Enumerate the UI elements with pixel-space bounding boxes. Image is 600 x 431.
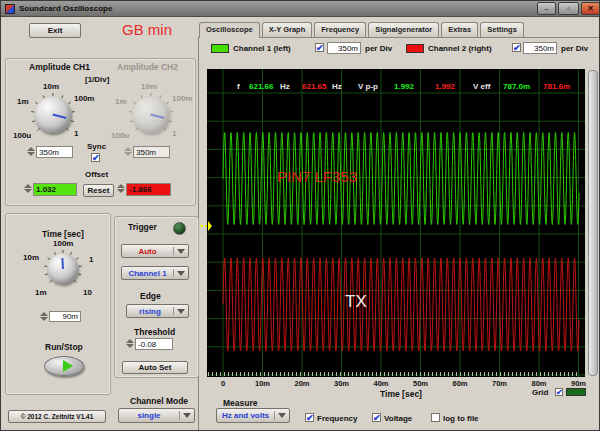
minimize-button[interactable]: – [537,2,556,15]
threshold-value[interactable]: -0.08 [135,338,173,350]
channel2-label: Channel 2 (right) [428,44,492,53]
x-tick-label: 30m [334,379,349,388]
measure-mode-value: Hz and volts [217,411,274,420]
amplitude-ch2-title: Amplitude CH2 [117,62,178,72]
annotation-text: GB min [122,21,172,38]
voltage-checkbox[interactable]: ✔ [372,413,381,422]
amp2-scale-1m: 1m [115,97,127,106]
channel1-enable-checkbox[interactable]: ✔ [315,43,324,52]
x-axis-title: Time [sec] [380,389,422,399]
copyright-box: © 2012 C. Zeitnitz V1.41 [8,410,106,423]
grid-label: Grid [532,388,548,397]
grid-checkbox[interactable]: ✔ [555,388,563,396]
x-tick-label: 60m [452,379,467,388]
channel2-enable-checkbox[interactable]: ✔ [512,43,521,52]
threshold-spinner[interactable] [126,339,134,348]
amplitude-ch1-knob[interactable] [35,97,71,133]
tab-oscilloscope[interactable]: Oscilloscope [199,22,260,38]
vpp-ch2-value: 1.992 [435,82,455,91]
tab-signalgenerator[interactable]: Signalgenerator [368,22,439,37]
offset-reset-button[interactable]: Reset [83,184,114,197]
time-knob[interactable] [48,254,78,284]
x-tick-label: 90m [571,379,586,388]
amplitude-ch2-knob[interactable] [133,97,169,133]
offset-ch2-spinner[interactable] [117,184,125,193]
overlay-label-ch1: PIN7 LF353 [277,168,357,185]
log-to-file-label: log to file [443,414,479,423]
frequency-checkbox[interactable]: ✔ [305,413,314,422]
scope-plot [207,69,585,377]
close-button[interactable]: ✕ [581,2,600,15]
chevron-down-icon [177,249,185,254]
offset-ch1-spinner[interactable] [24,184,32,193]
channel2-color-swatch[interactable] [406,44,424,53]
amp2-scale-100m: 100m [172,94,192,103]
tab-xy-graph[interactable]: X-Y Graph [262,22,313,37]
app-window: Soundcard Oszilloscope – ▫ ✕ Exit GB min… [0,0,600,431]
time-title: Time [sec] [42,229,84,239]
x-tick-label: 0 [221,379,225,388]
x-tick-label: 70m [492,379,507,388]
freq-ch2-unit: Hz [332,82,342,91]
amplitude-ch1-spinner[interactable] [27,147,35,156]
run-stop-button[interactable] [44,356,84,376]
sync-label: Sync [87,142,106,151]
offset-label: Offset [85,170,108,179]
amplitude-ch2-spinner[interactable] [124,147,132,156]
time-scale-10m: 10m [23,253,39,262]
time-value[interactable]: 90m [49,311,81,322]
trigger-title: Trigger [128,222,157,232]
veff-ch1-value: 787.0m [503,82,530,91]
amplitude-ch2-needle [151,114,165,119]
offset-ch1-value[interactable]: 1.032 [33,183,77,196]
channel1-per-div-value[interactable]: 350m [327,42,361,54]
trigger-mode-dropdown[interactable]: Auto [121,244,189,258]
chevron-down-icon [183,413,191,418]
tab-frequency[interactable]: Frequency [314,22,366,37]
trigger-mode-value: Auto [122,247,173,256]
freq-ch1-unit: Hz [280,82,290,91]
measure-label: Measure [223,398,258,408]
tab-extras[interactable]: Extras [441,22,478,37]
play-icon [63,360,73,372]
time-scale-10: 10 [83,288,92,297]
vpp-label: V p-p [358,82,378,91]
amp1-scale-100u: 100u [13,131,31,140]
grid-color-swatch[interactable] [566,388,586,396]
amp2-scale-10m: 10m [141,82,157,91]
sync-checkbox[interactable]: ✔ [91,153,100,162]
amplitude-ch1-value[interactable]: 350m [36,146,73,158]
trigger-led [173,222,186,235]
log-to-file-checkbox[interactable] [431,413,440,422]
veff-ch2-value: 781.6m [543,82,570,91]
exit-button[interactable]: Exit [29,23,81,38]
channel1-color-swatch[interactable] [211,44,229,53]
freq-ch1-value: 621.66 [249,82,273,91]
tab-bar: OscilloscopeX-Y GraphFrequencySignalgene… [199,22,526,38]
time-spinner[interactable] [40,312,48,321]
trigger-channel-dropdown[interactable]: Channel 1 [121,266,189,280]
amplitude-unit-label: [1/Div] [85,75,109,84]
channel1-per-div-label: per Div [365,44,392,53]
scope-vertical-scrollbar[interactable] [588,70,598,376]
maximize-button[interactable]: ▫ [558,2,579,15]
chevron-down-icon [177,309,185,314]
channel2-per-div-value[interactable]: 350m [523,42,557,54]
veff-label: V eff [473,82,490,91]
window-title: Soundcard Oszilloscope [19,4,112,13]
app-icon [5,4,15,14]
title-bar[interactable]: Soundcard Oszilloscope [1,1,600,17]
trigger-level-marker[interactable] [200,219,212,233]
amp2-scale-100u: 100u [111,131,129,140]
channel-mode-dropdown[interactable]: single [118,408,195,423]
offset-ch2-value[interactable]: -1.866 [126,183,171,196]
amp1-scale-10m: 10m [43,82,59,91]
x-tick-label: 80m [531,379,546,388]
threshold-label: Threshold [134,327,175,337]
edge-dropdown[interactable]: rising [126,304,189,318]
tab-settings[interactable]: Settings [480,22,524,37]
vpp-ch1-value: 1.992 [394,82,414,91]
amplitude-ch2-value[interactable]: 350m [133,146,170,158]
measure-mode-dropdown[interactable]: Hz and volts [216,408,290,423]
auto-set-button[interactable]: Auto Set [122,361,188,374]
